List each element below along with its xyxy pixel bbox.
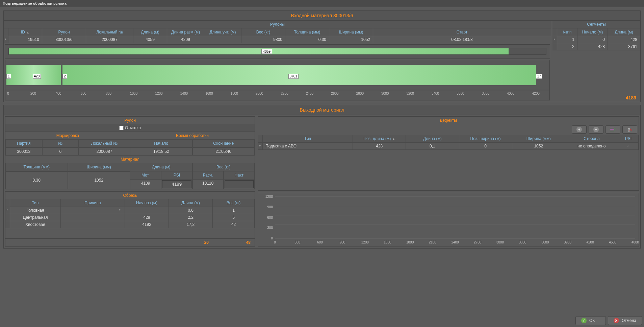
scrap-reason-dropdown[interactable]: ▼ — [61, 207, 125, 214]
scrap-reason[interactable] — [61, 214, 125, 221]
def-col-type[interactable]: Тип — [263, 135, 353, 143]
psi-input[interactable] — [162, 180, 191, 188]
scrap-pos[interactable]: 428 — [125, 214, 169, 221]
calc-label: Расч. — [192, 171, 224, 179]
save-defect-button[interactable]: ☰✔ — [606, 125, 620, 134]
scrap-length[interactable]: 0,6 — [169, 207, 213, 214]
seg-n[interactable]: 1 — [557, 36, 577, 43]
col-length-ucht[interactable]: Длина учт. (м) — [204, 28, 241, 36]
scrap-weight[interactable]: 42 — [213, 221, 255, 228]
bar-label: 4059 — [261, 49, 272, 54]
col-thickness[interactable]: Толщина (мм) — [285, 28, 329, 36]
scrap-weight[interactable]: 1 — [213, 207, 255, 214]
material-title: Материал — [5, 156, 255, 163]
thickness-label: Толщина (мм) — [5, 163, 68, 171]
row-indicator: ▸ — [552, 36, 557, 43]
cell-length[interactable]: 4059 — [133, 36, 167, 43]
cell-length-razm[interactable]: 4209 — [167, 36, 204, 43]
col-roll[interactable]: Рулон — [42, 28, 86, 36]
plus-icon: + — [576, 127, 582, 132]
segments-title: Сегменты — [552, 21, 640, 28]
end-label: Окончание — [192, 139, 255, 147]
fact-input[interactable] — [225, 180, 254, 188]
defect-chart: 12009006003000 0300600900120015001800210… — [258, 193, 639, 247]
cancel-button[interactable]: ✕ Отмена — [608, 316, 642, 325]
seg-length[interactable]: 3761 — [608, 43, 640, 50]
col-weight[interactable]: Вес (кг) — [241, 28, 285, 36]
scrap-col-type[interactable]: Тип — [10, 199, 61, 207]
cell-thickness[interactable]: 0,30 — [285, 36, 329, 43]
def-col-length[interactable]: Длина (м) — [406, 135, 459, 143]
fact-label: Факт — [224, 171, 255, 179]
def-col-side[interactable]: Сторона — [565, 135, 618, 143]
def-col-width[interactable]: Ширина (мм) — [512, 135, 565, 143]
scrap-col-weight[interactable]: Вес (кг) — [213, 199, 255, 207]
def-length[interactable]: 0,1 — [406, 143, 459, 150]
defects-panel: Дефекты + − ☰✔ ▯✖ Тип Поз. длина (м)▲ Дл… — [258, 116, 639, 191]
delete-defect-button[interactable]: ▯✖ — [622, 125, 637, 134]
row-indicator: ▸ — [4, 36, 8, 43]
cell-weight[interactable]: 9800 — [241, 36, 285, 43]
def-col-poslen[interactable]: Поз. длина (м)▲ — [353, 135, 406, 143]
scrap-pos[interactable]: 4192 — [125, 221, 169, 228]
scrap-col-length[interactable]: Длина (м) — [169, 199, 213, 207]
n-value: 6 — [42, 147, 79, 156]
def-poslen[interactable]: 428 — [353, 143, 406, 150]
def-side[interactable]: не определено — [565, 143, 618, 150]
party-value: 300013 — [5, 147, 42, 156]
minus-icon: − — [593, 127, 599, 132]
cell-length-ucht[interactable] — [204, 36, 241, 43]
def-poswidth[interactable]: 0 — [459, 143, 512, 150]
output-title: Выходной материал — [4, 105, 640, 115]
seg-start[interactable]: 0 — [577, 36, 608, 43]
check-icon: ✓ — [581, 318, 587, 323]
otmotka-checkbox[interactable] — [119, 126, 124, 130]
seg-col-length[interactable]: Длина (м) — [608, 28, 640, 36]
col-local[interactable]: Локальный № — [86, 28, 133, 36]
length-bar: 4059 — [8, 48, 546, 55]
cell-id[interactable]: 19510 — [8, 36, 42, 43]
scrap-pos[interactable] — [125, 207, 169, 214]
local-label: Локальный № — [79, 139, 130, 147]
seg-col-n[interactable]: №пп — [557, 28, 577, 36]
weight-label: Вес (кг) — [192, 163, 255, 171]
defects-title: Дефекты — [258, 117, 639, 124]
def-psi-check[interactable]: ✓ — [618, 143, 639, 150]
seg-n[interactable]: 2 — [557, 43, 577, 50]
def-type[interactable]: Подмотка с АВО — [263, 143, 353, 150]
cell-start[interactable]: 08.02 18:58 — [373, 36, 551, 43]
scrap-length[interactable]: 17,2 — [169, 221, 213, 228]
time-title: Время обработки — [130, 132, 255, 139]
scrap-type[interactable]: Центральная — [10, 214, 61, 221]
def-width[interactable]: 1052 — [512, 143, 565, 150]
ok-button[interactable]: ✓ ОК — [575, 316, 606, 325]
scrap-panel: Обрезь Тип Причина Нач.поз (м) Длина (м)… — [5, 191, 255, 247]
col-start[interactable]: Старт — [373, 28, 551, 36]
remove-defect-button[interactable]: − — [589, 125, 603, 134]
col-id[interactable]: ID▲ — [8, 28, 42, 36]
col-length[interactable]: Длина (м) — [133, 28, 167, 36]
scrap-type[interactable]: Головная — [10, 207, 61, 214]
otmotka-label: Отмотка — [125, 125, 141, 130]
def-col-poswidth[interactable]: Поз. ширина (м) — [459, 135, 512, 143]
seg-start[interactable]: 428 — [577, 43, 608, 50]
def-col-psi[interactable]: PSI — [618, 135, 639, 143]
add-defect-button[interactable]: + — [572, 125, 587, 134]
cell-local[interactable]: 2000087 — [86, 36, 133, 43]
scrap-weight[interactable]: 5 — [213, 214, 255, 221]
col-width[interactable]: Ширина (мм) — [329, 28, 373, 36]
segments-grid: №пп Начало (м) Длина (м) ▸ 1 0 428 2 428… — [552, 28, 640, 50]
seg-length[interactable]: 428 — [608, 36, 640, 43]
col-length-razm[interactable]: Длина разм (м) — [167, 28, 204, 36]
cell-width[interactable]: 1052 — [329, 36, 373, 43]
scrap-col-pos[interactable]: Нач.поз (м) — [125, 199, 169, 207]
seg-col-start[interactable]: Начало (м) — [577, 28, 608, 36]
scrap-type[interactable]: Хвостовая — [10, 221, 61, 228]
scrap-reason[interactable] — [61, 221, 125, 228]
psi-label: PSI — [161, 171, 192, 179]
cell-roll[interactable]: 300013/6 — [42, 36, 86, 43]
scrap-total-weight: 48 — [213, 239, 255, 246]
scrap-col-reason[interactable]: Причина — [61, 199, 125, 207]
bar-panel: 4059 — [5, 44, 550, 59]
scrap-length[interactable]: 2,2 — [169, 214, 213, 221]
